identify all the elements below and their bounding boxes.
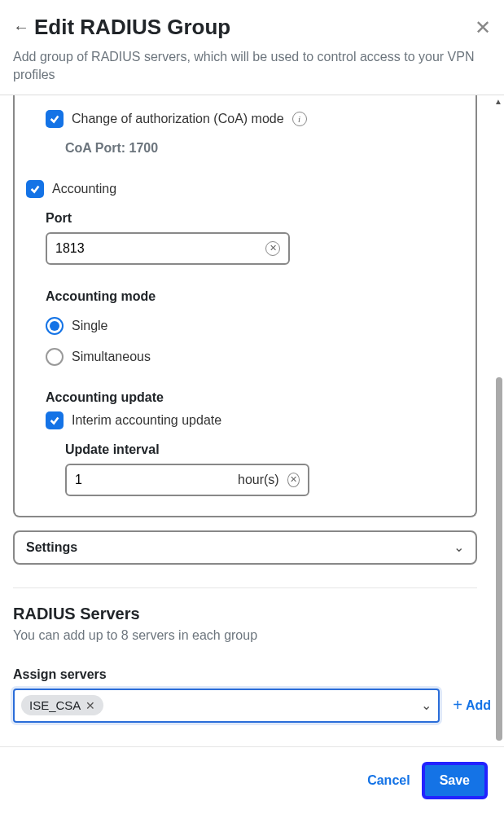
coa-label: Change of authorization (CoA) mode: [72, 112, 284, 126]
interval-label: Update interval: [65, 442, 464, 457]
chip-remove-icon[interactable]: ✕: [85, 699, 95, 712]
radio-single-label: Single: [72, 319, 107, 333]
coa-row: Change of authorization (CoA) mode i: [46, 110, 464, 128]
radius-servers-section: RADIUS Servers You can add up to 8 serve…: [13, 605, 491, 755]
interim-label: Interim accounting update: [72, 413, 221, 428]
scroll-area: Change of authorization (CoA) mode i CoA…: [0, 95, 504, 755]
interval-input[interactable]: [75, 473, 238, 487]
clear-icon[interactable]: ✕: [287, 473, 300, 487]
add-button[interactable]: + Add: [453, 696, 491, 715]
chip-label: ISE_CSA: [29, 698, 81, 712]
coa-checkbox[interactable]: [46, 110, 64, 128]
server-chip: ISE_CSA ✕: [21, 695, 103, 715]
port-label: Port: [46, 211, 464, 226]
interval-unit: hour(s): [238, 473, 279, 487]
close-icon[interactable]: ✕: [475, 16, 491, 39]
dialog-header: ← Edit RADIUS Group ✕ Add group of RADIU…: [0, 0, 504, 95]
settings-label: Settings: [26, 540, 77, 555]
servers-title: RADIUS Servers: [13, 605, 491, 623]
dialog-footer: Cancel Save: [0, 746, 504, 814]
radio-simul-label: Simultaneous: [72, 350, 151, 364]
cancel-button[interactable]: Cancel: [367, 773, 410, 788]
radio-single[interactable]: Single: [46, 317, 464, 335]
dialog-title: Edit RADIUS Group: [34, 15, 470, 40]
coa-port-row: CoA Port: 1700: [65, 141, 464, 156]
clear-icon[interactable]: ✕: [265, 241, 280, 256]
chevron-down-icon: ⌄: [454, 539, 464, 555]
port-input[interactable]: [55, 241, 265, 256]
plus-icon: +: [453, 696, 462, 715]
chevron-down-icon[interactable]: ⌄: [421, 697, 432, 713]
accounting-mode-label: Accounting mode: [46, 289, 464, 304]
dialog-subtitle: Add group of RADIUS servers, which will …: [13, 48, 491, 85]
servers-subtitle: You can add up to 8 servers in each grou…: [13, 628, 491, 643]
radio-simul-circle: [46, 348, 64, 366]
assign-row: ISE_CSA ✕ ⌄ + Add: [13, 689, 491, 723]
divider: [13, 587, 477, 588]
config-panel: Change of authorization (CoA) mode i CoA…: [13, 95, 477, 517]
radio-simultaneous[interactable]: Simultaneous: [46, 348, 464, 366]
coa-port-label: CoA Port: 1700: [65, 141, 158, 156]
scrollbar[interactable]: ▲ ▼: [494, 95, 502, 755]
interim-row: Interim accounting update: [46, 411, 464, 429]
add-label: Add: [466, 698, 491, 713]
interval-input-wrap: hour(s) ✕: [65, 464, 309, 496]
back-arrow-icon[interactable]: ←: [13, 18, 29, 37]
scroll-up-icon[interactable]: ▲: [494, 97, 502, 106]
radio-single-circle: [46, 317, 64, 335]
settings-accordion[interactable]: Settings ⌄: [13, 530, 477, 565]
port-input-wrap: ✕: [46, 232, 290, 265]
interim-checkbox[interactable]: [46, 411, 64, 429]
info-icon[interactable]: i: [292, 112, 307, 126]
accounting-update-label: Accounting update: [46, 390, 464, 405]
scrollbar-thumb[interactable]: [496, 377, 502, 741]
accounting-checkbox[interactable]: [26, 180, 44, 198]
accounting-label: Accounting: [52, 182, 116, 196]
accounting-row: Accounting: [26, 180, 464, 198]
save-button[interactable]: Save: [422, 762, 488, 799]
assign-dropdown[interactable]: ISE_CSA ✕ ⌄: [13, 689, 440, 723]
assign-label: Assign servers: [13, 667, 491, 682]
